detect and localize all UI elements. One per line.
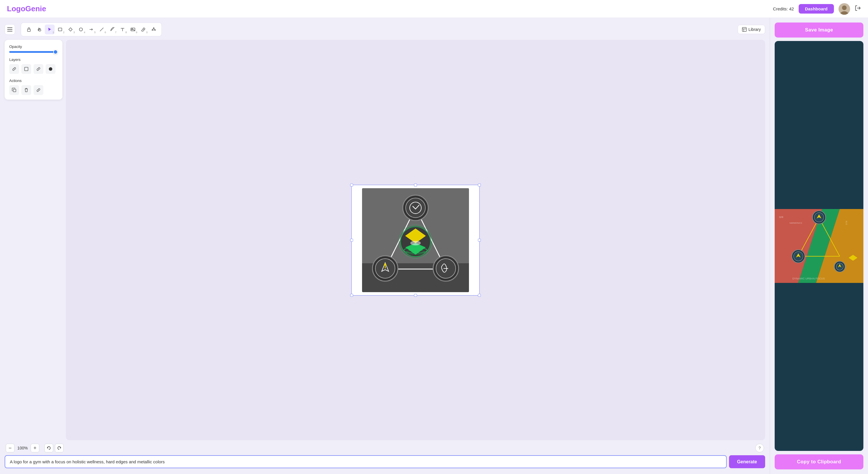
app-logo: LogoGenie	[7, 4, 46, 13]
svg-text:HARMONICS: HARMONICS	[789, 222, 802, 224]
actions-label: Actions	[9, 78, 58, 83]
layer-icon-link2[interactable]	[33, 64, 43, 74]
tool-line[interactable]: 6	[97, 25, 106, 34]
undo-button[interactable]	[44, 444, 53, 452]
svg-point-1	[842, 5, 847, 10]
library-button[interactable]: Library	[738, 25, 765, 34]
svg-line-22	[154, 28, 155, 30]
handle-tr[interactable]	[478, 183, 481, 187]
actions-icons	[9, 85, 58, 95]
handle-bl[interactable]	[350, 294, 353, 297]
logo-canvas-image	[362, 188, 469, 292]
tool-select[interactable]: 1	[45, 25, 55, 34]
handle-tl[interactable]	[350, 183, 353, 187]
hamburger-button[interactable]	[5, 24, 15, 35]
handle-br[interactable]	[478, 294, 481, 297]
svg-rect-29	[13, 89, 16, 92]
zoom-controls: − 100% +	[6, 444, 39, 452]
svg-point-36	[406, 198, 425, 218]
svg-line-17	[143, 29, 144, 30]
svg-marker-9	[69, 28, 72, 31]
svg-rect-7	[27, 29, 30, 31]
undo-redo-controls	[44, 444, 64, 452]
preview-image: GHI HARMONICS KLG	[775, 41, 863, 451]
zoom-plus-button[interactable]: +	[31, 444, 39, 452]
zoom-minus-button[interactable]: −	[6, 444, 14, 452]
svg-rect-24	[742, 27, 746, 31]
logout-icon[interactable]	[855, 5, 861, 13]
bottom-bar: − 100% +	[5, 444, 765, 452]
svg-rect-5	[7, 29, 12, 30]
zoom-value: 100%	[17, 446, 28, 450]
canvas-area: 1 2 3	[0, 18, 770, 474]
help-button[interactable]: ?	[755, 444, 764, 452]
handle-ml[interactable]	[350, 239, 353, 242]
svg-point-49	[410, 241, 421, 245]
opacity-label: Opacity	[9, 44, 58, 49]
handle-tc[interactable]	[414, 183, 417, 187]
svg-line-21	[152, 28, 154, 30]
app-header: LogoGenie Credits: 42 Dashboard	[0, 0, 868, 18]
redo-button[interactable]	[55, 444, 64, 452]
canvas-inner	[352, 185, 479, 295]
action-delete[interactable]	[21, 85, 31, 95]
opacity-track[interactable]	[9, 51, 58, 53]
library-label: Library	[748, 27, 761, 32]
tool-eraser[interactable]: 0	[138, 25, 148, 34]
generate-button[interactable]: Generate	[729, 455, 765, 468]
prompt-bar: Generate	[5, 452, 765, 469]
action-link[interactable]	[33, 85, 43, 95]
layers-icons	[9, 64, 58, 74]
layers-label: Layers	[9, 58, 58, 62]
toolbar: 1 2 3	[5, 23, 765, 36]
tool-circle[interactable]: 4	[76, 25, 86, 34]
tool-hand[interactable]	[34, 25, 44, 34]
side-panel: Opacity Layers	[5, 40, 62, 100]
save-image-button[interactable]: Save Image	[775, 23, 863, 37]
canvas-workspace[interactable]	[66, 40, 765, 440]
opacity-thumb[interactable]	[53, 49, 58, 54]
svg-text:GHI: GHI	[779, 216, 783, 218]
svg-rect-27	[25, 67, 28, 71]
svg-rect-4	[7, 27, 12, 28]
svg-line-12	[100, 28, 103, 31]
svg-point-65	[814, 212, 824, 222]
tool-text[interactable]: 8	[118, 25, 127, 34]
svg-text:KLG: KLG	[845, 221, 847, 225]
prompt-input[interactable]	[5, 455, 727, 468]
right-panel: Save Image GHI HARMONICS KLG	[770, 18, 868, 474]
tool-image[interactable]: 9	[128, 25, 138, 34]
tool-diamond[interactable]: 3	[66, 25, 75, 34]
main-layout: 1 2 3	[0, 18, 868, 474]
svg-rect-8	[58, 28, 62, 31]
tool-extras[interactable]	[149, 25, 159, 34]
tool-arrow[interactable]: 5	[86, 25, 96, 34]
tool-lock[interactable]	[24, 25, 34, 34]
svg-rect-6	[7, 31, 12, 31]
tool-group: 1 2 3	[21, 23, 162, 36]
tool-rect[interactable]: 2	[55, 25, 65, 34]
tool-pencil[interactable]: 7	[107, 25, 117, 34]
header-right: Credits: 42 Dashboard	[773, 3, 861, 15]
layer-icon-fill[interactable]	[45, 64, 56, 74]
layer-icon-link[interactable]	[9, 64, 19, 74]
svg-text:DYNAMIC URBAN FOCUS: DYNAMIC URBAN FOCUS	[792, 277, 825, 280]
dashboard-button[interactable]: Dashboard	[799, 4, 834, 13]
svg-point-10	[80, 28, 83, 31]
handle-bc[interactable]	[414, 294, 417, 297]
avatar[interactable]	[839, 3, 850, 15]
layer-icon-rect[interactable]	[21, 64, 31, 74]
credits-display: Credits: 42	[773, 6, 794, 11]
copy-to-clipboard-button[interactable]: Copy to Clipboard	[775, 454, 863, 469]
action-duplicate[interactable]	[9, 85, 19, 95]
handle-mr[interactable]	[478, 239, 481, 242]
svg-point-28	[49, 67, 52, 71]
